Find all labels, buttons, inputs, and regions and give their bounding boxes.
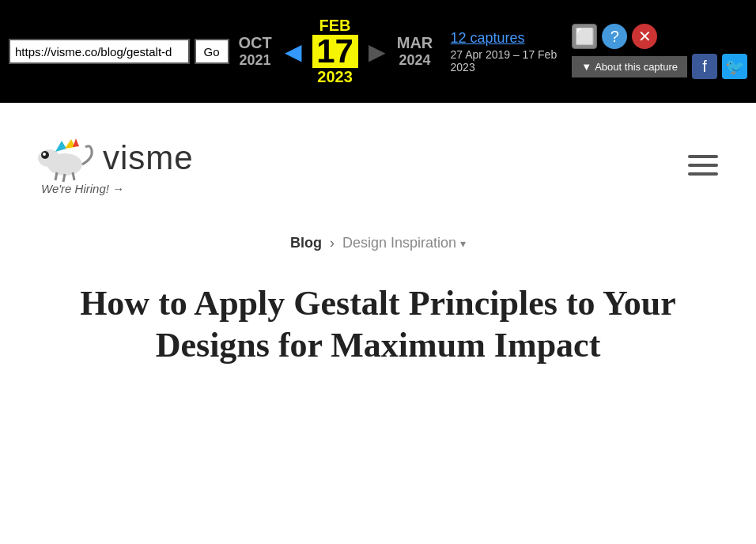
svg-line-4: [55, 172, 57, 180]
mar-year: 2024: [399, 52, 431, 69]
breadcrumb: Blog › Design Inspiration ▾: [0, 203, 756, 267]
svg-point-1: [38, 149, 60, 167]
svg-line-6: [73, 172, 74, 180]
svg-line-5: [63, 174, 65, 182]
next-arrow[interactable]: ▶: [365, 39, 389, 65]
logo-area: visme We're Hiring! →: [32, 134, 194, 195]
wayback-toolbar: Go OCT 2021 ◀ FEB 17 2023 ▶ MAR 2024 12 …: [0, 0, 756, 103]
hamburger-line-2: [688, 164, 718, 167]
breadcrumb-dropdown-arrow[interactable]: ▾: [460, 237, 466, 250]
about-capture-label: About this capture: [595, 61, 678, 73]
mar-label: MAR: [397, 34, 433, 52]
site-header: visme We're Hiring! →: [0, 119, 756, 203]
twitter-icon[interactable]: 🐦: [722, 54, 747, 79]
toolbar-icons: ⬜ ? ✕ ▼ About this capture f 🐦: [572, 24, 747, 79]
window-icon[interactable]: ⬜: [572, 24, 597, 49]
help-icon[interactable]: ?: [602, 24, 627, 49]
breadcrumb-category[interactable]: Design Inspiration ▾: [342, 235, 466, 251]
breadcrumb-blog-link[interactable]: Blog: [290, 235, 322, 251]
article-title: How to Apply Gestalt Principles to Your …: [0, 267, 756, 391]
bottom-icon-row: ▼ About this capture f 🐦: [572, 54, 747, 79]
breadcrumb-category-label: Design Inspiration: [342, 235, 456, 251]
hamburger-line-3: [688, 172, 718, 176]
close-icon[interactable]: ✕: [632, 24, 657, 49]
prev-arrow[interactable]: ◀: [282, 39, 305, 65]
url-input[interactable]: [9, 39, 190, 64]
date-range: 27 Apr 2019 – 17 Feb 2023: [451, 48, 568, 74]
oct-label: OCT: [238, 34, 271, 52]
captures-link[interactable]: 12 captures: [451, 30, 568, 47]
hiring-tagline[interactable]: We're Hiring! →: [38, 182, 124, 195]
hamburger-line-1: [688, 155, 718, 158]
hamburger-menu[interactable]: [682, 149, 724, 182]
about-capture-button[interactable]: ▼ About this capture: [572, 56, 687, 77]
breadcrumb-chevron: ›: [330, 235, 335, 251]
logo-wrapper: visme: [32, 134, 194, 182]
feb-column: FEB 17 2023: [310, 17, 361, 86]
oct-year: 2021: [240, 52, 271, 69]
dropdown-triangle: ▼: [581, 61, 592, 73]
feb-year: 2023: [317, 68, 353, 86]
visme-logo-icon: [32, 134, 95, 182]
feb-day: 17: [312, 35, 358, 68]
mar-column: MAR 2024: [394, 34, 437, 69]
top-icon-row: ⬜ ? ✕: [572, 24, 747, 49]
svg-point-3: [43, 153, 46, 156]
oct-column: OCT 2021: [234, 34, 277, 69]
page-body: visme We're Hiring! → Blog › Design Insp…: [0, 103, 756, 391]
captures-info: 12 captures 27 Apr 2019 – 17 Feb 2023: [451, 30, 568, 74]
logo-text[interactable]: visme: [103, 139, 194, 177]
go-button[interactable]: Go: [195, 39, 229, 64]
facebook-icon[interactable]: f: [692, 54, 717, 79]
